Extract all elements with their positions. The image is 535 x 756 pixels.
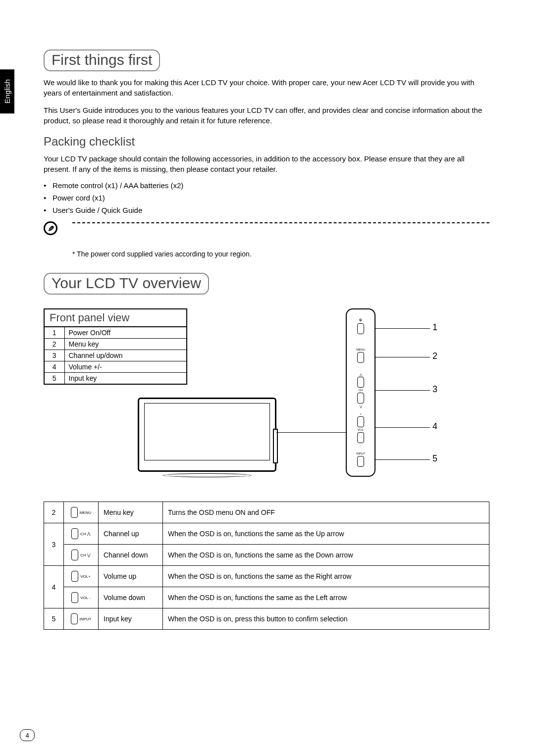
intro-paragraph-2: This User's Guide introduces you to the … [44,105,489,126]
callout-4: 4 [432,421,437,432]
table-row: VOL - Volume down When the OSD is on, fu… [44,587,489,608]
input-label: INPUT [356,452,365,455]
page-content: First things first We would like to than… [44,50,489,630]
menu-button [357,352,364,363]
ch-up-button [357,377,364,388]
language-tab: English [0,69,14,113]
table-row: 2Menu key [45,339,186,350]
table-row: 4 VOL+ Volume up When the OSD is on, fun… [44,566,489,587]
packing-list: Remote control (x1) / AAA batteries (x2)… [44,181,489,214]
menu-label: MENU [356,348,365,351]
tv-side-panel: ⏻ MENU ⋀ CH ⋁ + VOL − INPUT [346,308,375,477]
vol-down-button [357,432,364,443]
note-row [44,221,489,235]
power-button [357,323,364,334]
front-panel-heading: Front panel view [45,309,186,327]
dashed-divider [72,222,489,223]
input-button [357,456,364,467]
table-row: 3Channel up/down [45,350,186,361]
list-item: User's Guide / Quick Guide [44,206,489,214]
table-row: 5Input key [45,373,186,384]
packing-intro: Your LCD TV package should contain the f… [44,153,489,174]
diagram-area: ⏻ MENU ⋀ CH ⋁ + VOL − INPUT 1 2 [217,308,484,487]
note-text: * The power cord supplied varies accordi… [72,250,489,258]
page-number: 4 [20,729,35,741]
table-row: 3 CH ⋀ Channel up When the OSD is on, fu… [44,523,489,545]
list-item: Power cord (x1) [44,194,489,202]
table-row: 2 MENU Menu key Turns the OSD menu ON an… [44,502,489,523]
vol-up-button [357,416,364,427]
tv-illustration [138,398,276,482]
note-icon [44,221,57,235]
section-title-overview: Your LCD TV overview [44,273,209,295]
callout-5: 5 [432,454,437,464]
table-row: 1Power On/Off [45,327,186,339]
table-row: CH ⋁ Channel down When the OSD is on, fu… [44,545,489,566]
vol-label: VOL [358,428,364,431]
callout-3: 3 [432,384,437,395]
table-row: 4Volume +/- [45,361,186,373]
packing-checklist-heading: Packing checklist [44,135,489,149]
callout-1: 1 [432,322,437,333]
function-table: 2 MENU Menu key Turns the OSD menu ON an… [44,502,489,630]
table-row: 5 INPUT Input key When the OSD is on, pr… [44,608,489,630]
power-icon: ⏻ [359,318,362,321]
callout-2: 2 [432,351,437,361]
front-panel-table: Front panel view 1Power On/Off 2Menu key… [44,308,187,385]
section-title-first-things: First things first [44,50,160,71]
ch-down-button [357,393,364,403]
intro-paragraph-1: We would like to thank you for making th… [44,77,489,98]
ch-label: CH [359,389,363,392]
list-item: Remote control (x1) / AAA batteries (x2) [44,181,489,190]
